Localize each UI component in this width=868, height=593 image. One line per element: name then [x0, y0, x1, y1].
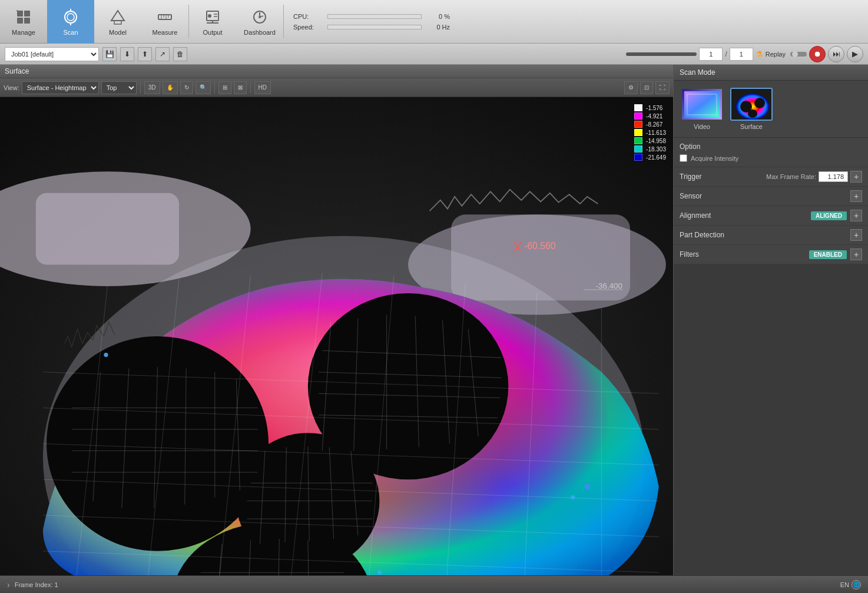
filters-plus-button[interactable]: + [850, 249, 862, 260]
measure-label: Measure [153, 29, 178, 36]
dashboard-label: Dashboard [244, 29, 276, 36]
toolbar-btn-manage[interactable]: Manage [0, 0, 47, 44]
scan-mode-surface[interactable]: Surface [730, 88, 773, 130]
legend-item-0: -1.576 [634, 104, 666, 111]
cpu-value: 0 % [426, 13, 450, 20]
legend-swatch-5 [634, 145, 642, 153]
play-button[interactable]: ▶ [847, 46, 863, 62]
view-windowed-button[interactable]: ⊡ [640, 81, 653, 94]
alignment-plus-button[interactable]: + [850, 210, 862, 221]
orientation-select[interactable]: Top [101, 81, 137, 94]
view-mode-select[interactable]: Surface - Heightmap [22, 81, 99, 94]
replay-slider[interactable] [626, 52, 697, 56]
play-icon: ▶ [852, 49, 858, 58]
scan-mode-content: Video [674, 81, 868, 138]
view-3d-button[interactable]: 3D [144, 81, 160, 94]
sensor-section[interactable]: Sensor + [674, 187, 868, 206]
acquire-intensity-label: Acquire Intensity [691, 155, 738, 162]
skip-button[interactable]: ⏭ [828, 46, 844, 62]
sensor-plus-button[interactable]: + [850, 190, 862, 202]
surface-thumb-container [730, 88, 773, 121]
svg-point-93 [377, 571, 382, 575]
alignment-label: Alignment [680, 211, 811, 220]
job-select[interactable]: Job01 [default] [5, 47, 99, 61]
save-job-button[interactable]: 💾 [102, 47, 117, 61]
frame-current-input[interactable] [699, 48, 723, 61]
record-button[interactable]: ⏺ [809, 46, 826, 62]
toolbar-btn-model[interactable]: Model [94, 0, 141, 44]
filter-icon: ⚗ [756, 49, 763, 59]
video-mode-label: Video [694, 123, 710, 130]
cpu-label: CPU: [293, 13, 323, 20]
cpu-row: CPU: 0 % [293, 13, 450, 20]
model-label: Model [109, 29, 127, 36]
cpu-info: CPU: 0 % Speed: 0 Hz [284, 0, 459, 43]
export-button[interactable]: ↗ [155, 47, 170, 61]
scan-mode-video[interactable]: Video [681, 88, 723, 130]
filters-section[interactable]: Filters ENABLED + [674, 245, 868, 264]
manage-icon [14, 8, 33, 26]
part-detection-label: Part Detection [680, 231, 847, 239]
main-toolbar: Manage Scan Model [0, 0, 868, 44]
view-hd-button[interactable]: HD [254, 81, 271, 94]
language-label: EN [840, 581, 849, 588]
part-detection-section[interactable]: Part Detection + [674, 226, 868, 245]
toolbar-btn-output[interactable]: Output [189, 0, 236, 44]
output-icon [203, 8, 222, 26]
svg-rect-34 [36, 193, 179, 265]
legend-value-2: -8.267 [646, 121, 662, 128]
alignment-badge: ALIGNED [811, 211, 847, 220]
legend-item-1: -4.921 [634, 112, 666, 120]
view-settings-button[interactable]: ⚙ [624, 81, 638, 94]
svg-point-91 [571, 495, 575, 499]
manage-label: Manage [12, 29, 35, 36]
toolbar-btn-dashboard[interactable]: Dashboard [236, 0, 283, 44]
bottom-chevron-icon[interactable]: › [7, 580, 10, 589]
surface-header: Surface [0, 65, 673, 78]
replay-controls: / ⚗ Replay ⏺ ⏭ ▶ [626, 46, 863, 62]
option-label: Option [680, 143, 862, 151]
save-icon: 💾 [105, 50, 114, 58]
replay-toggle-icon [790, 51, 807, 58]
surface-panel: Surface View: Surface - Heightmap Top 3D… [0, 65, 674, 575]
hd-label: HD [259, 84, 267, 91]
acquire-intensity-checkbox[interactable] [680, 154, 687, 162]
svg-point-90 [584, 483, 590, 489]
download-button[interactable]: ⬇ [120, 47, 134, 61]
legend-item-2: -8.267 [634, 121, 666, 128]
svg-rect-3 [24, 18, 30, 24]
svg-rect-2 [17, 18, 23, 24]
view-hand-button[interactable]: ✋ [163, 81, 178, 94]
view-zoom-button[interactable]: 🔍 [196, 81, 211, 94]
view-rotate-button[interactable]: ↻ [180, 81, 193, 94]
legend-value-6: -21.649 [646, 154, 666, 161]
surface-visualization: -60.560 -36.400 [0, 97, 673, 575]
view-fullscreen-button[interactable]: ⛶ [655, 81, 670, 94]
view-overlay-button[interactable]: ⊠ [234, 81, 247, 94]
option-section: Option Acquire Intensity [674, 138, 868, 167]
view-sep-3 [250, 82, 251, 94]
frame-total-input[interactable] [730, 48, 753, 61]
scan-label: Scan [63, 29, 78, 36]
toolbar-btn-measure[interactable]: Measure [141, 0, 188, 44]
max-frame-rate-value: 1.178 [819, 171, 848, 182]
toolbar-btn-scan[interactable]: Scan [47, 0, 94, 44]
viewport[interactable]: -60.560 -36.400 -1.576 -4.921 -8.267 [0, 97, 673, 575]
right-panel: Scan Mode [674, 65, 868, 575]
part-detection-plus-button[interactable]: + [850, 229, 862, 241]
frame-index-label: Frame Index: 1 [15, 581, 840, 588]
filters-label: Filters [680, 250, 809, 259]
legend-value-1: -4.921 [646, 113, 662, 120]
delete-button[interactable]: 🗑 [173, 47, 187, 61]
svg-rect-1 [24, 11, 30, 16]
trigger-plus-button[interactable]: + [850, 171, 862, 183]
acquire-intensity-row: Acquire Intensity [680, 154, 862, 162]
alignment-section[interactable]: Alignment ALIGNED + [674, 206, 868, 226]
globe-icon: 🌐 [852, 580, 861, 589]
legend-swatch-3 [634, 129, 642, 136]
svg-marker-9 [111, 11, 124, 21]
upload-button[interactable]: ⬆ [138, 47, 152, 61]
record-icon: ⏺ [814, 49, 821, 58]
view-grid-button[interactable]: ⊞ [218, 81, 231, 94]
trigger-label: Trigger [680, 173, 766, 181]
